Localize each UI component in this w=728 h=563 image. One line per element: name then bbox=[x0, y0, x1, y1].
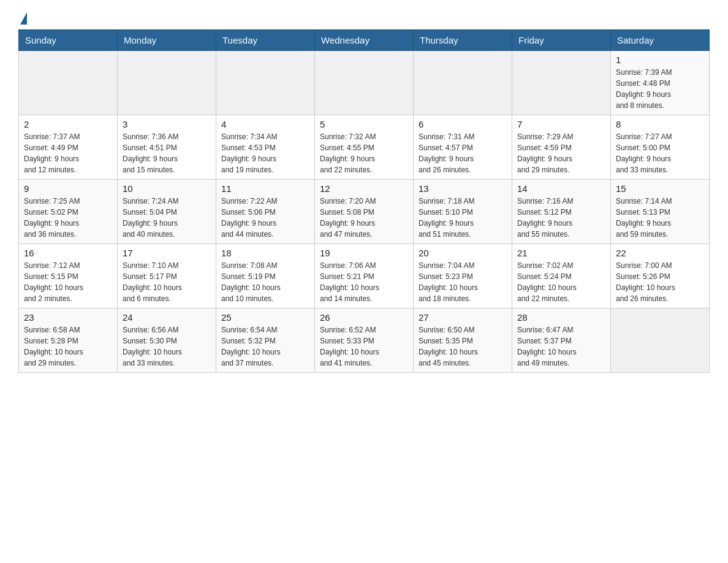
day-info: Sunrise: 7:31 AM Sunset: 4:57 PM Dayligh… bbox=[419, 131, 507, 175]
weekday-header-thursday: Thursday bbox=[414, 30, 512, 51]
calendar-cell: 22Sunrise: 7:00 AM Sunset: 5:26 PM Dayli… bbox=[611, 244, 710, 308]
calendar-cell bbox=[315, 51, 414, 115]
day-number: 14 bbox=[517, 183, 605, 194]
day-number: 1 bbox=[616, 55, 704, 65]
calendar-cell: 25Sunrise: 6:54 AM Sunset: 5:32 PM Dayli… bbox=[216, 308, 315, 373]
weekday-header-monday: Monday bbox=[118, 30, 216, 51]
calendar-cell: 26Sunrise: 6:52 AM Sunset: 5:33 PM Dayli… bbox=[315, 308, 414, 373]
day-info: Sunrise: 7:14 AM Sunset: 5:13 PM Dayligh… bbox=[616, 196, 704, 240]
calendar-cell: 4Sunrise: 7:34 AM Sunset: 4:53 PM Daylig… bbox=[216, 115, 315, 180]
day-number: 4 bbox=[221, 119, 309, 129]
weekday-header-saturday: Saturday bbox=[611, 30, 710, 51]
calendar-week-3: 9Sunrise: 7:25 AM Sunset: 5:02 PM Daylig… bbox=[19, 180, 710, 244]
day-number: 15 bbox=[616, 183, 704, 194]
calendar-cell: 17Sunrise: 7:10 AM Sunset: 5:17 PM Dayli… bbox=[118, 244, 216, 308]
calendar-cell: 15Sunrise: 7:14 AM Sunset: 5:13 PM Dayli… bbox=[611, 180, 710, 244]
calendar-cell: 2Sunrise: 7:37 AM Sunset: 4:49 PM Daylig… bbox=[19, 115, 118, 180]
day-info: Sunrise: 7:10 AM Sunset: 5:17 PM Dayligh… bbox=[123, 260, 211, 304]
calendar-cell: 27Sunrise: 6:50 AM Sunset: 5:35 PM Dayli… bbox=[414, 308, 512, 373]
calendar-cell bbox=[611, 308, 710, 373]
weekday-header-tuesday: Tuesday bbox=[216, 30, 315, 51]
day-number: 27 bbox=[419, 312, 507, 323]
day-number: 26 bbox=[320, 312, 408, 323]
day-info: Sunrise: 7:04 AM Sunset: 5:23 PM Dayligh… bbox=[419, 260, 507, 304]
calendar-cell bbox=[216, 51, 315, 115]
calendar-cell: 8Sunrise: 7:27 AM Sunset: 5:00 PM Daylig… bbox=[611, 115, 710, 180]
calendar-cell: 6Sunrise: 7:31 AM Sunset: 4:57 PM Daylig… bbox=[414, 115, 512, 180]
calendar-week-2: 2Sunrise: 7:37 AM Sunset: 4:49 PM Daylig… bbox=[19, 115, 710, 180]
day-number: 11 bbox=[221, 183, 309, 194]
day-info: Sunrise: 7:34 AM Sunset: 4:53 PM Dayligh… bbox=[221, 131, 309, 175]
weekday-header-friday: Friday bbox=[512, 30, 611, 51]
day-number: 18 bbox=[221, 248, 309, 258]
calendar-cell: 18Sunrise: 7:08 AM Sunset: 5:19 PM Dayli… bbox=[216, 244, 315, 308]
calendar-cell: 20Sunrise: 7:04 AM Sunset: 5:23 PM Dayli… bbox=[414, 244, 512, 308]
calendar-cell: 14Sunrise: 7:16 AM Sunset: 5:12 PM Dayli… bbox=[512, 180, 611, 244]
weekday-header-sunday: Sunday bbox=[19, 30, 118, 51]
day-info: Sunrise: 7:20 AM Sunset: 5:08 PM Dayligh… bbox=[320, 196, 408, 240]
day-number: 19 bbox=[320, 248, 408, 258]
calendar-cell: 10Sunrise: 7:24 AM Sunset: 5:04 PM Dayli… bbox=[118, 180, 216, 244]
day-info: Sunrise: 7:18 AM Sunset: 5:10 PM Dayligh… bbox=[419, 196, 507, 240]
day-info: Sunrise: 7:22 AM Sunset: 5:06 PM Dayligh… bbox=[221, 196, 309, 240]
day-info: Sunrise: 7:08 AM Sunset: 5:19 PM Dayligh… bbox=[221, 260, 309, 304]
calendar-cell: 7Sunrise: 7:29 AM Sunset: 4:59 PM Daylig… bbox=[512, 115, 611, 180]
day-info: Sunrise: 7:25 AM Sunset: 5:02 PM Dayligh… bbox=[24, 196, 112, 240]
day-number: 6 bbox=[419, 119, 507, 129]
calendar-cell: 9Sunrise: 7:25 AM Sunset: 5:02 PM Daylig… bbox=[19, 180, 118, 244]
weekday-header-wednesday: Wednesday bbox=[315, 30, 414, 51]
logo bbox=[18, 12, 27, 23]
day-info: Sunrise: 6:50 AM Sunset: 5:35 PM Dayligh… bbox=[419, 324, 507, 369]
day-number: 13 bbox=[419, 183, 507, 194]
day-info: Sunrise: 6:47 AM Sunset: 5:37 PM Dayligh… bbox=[517, 324, 605, 369]
calendar-week-1: 1Sunrise: 7:39 AM Sunset: 4:48 PM Daylig… bbox=[19, 51, 710, 115]
day-number: 24 bbox=[123, 312, 211, 323]
day-number: 22 bbox=[616, 248, 704, 258]
day-info: Sunrise: 7:12 AM Sunset: 5:15 PM Dayligh… bbox=[24, 260, 112, 304]
day-info: Sunrise: 6:58 AM Sunset: 5:28 PM Dayligh… bbox=[24, 324, 112, 369]
calendar-week-5: 23Sunrise: 6:58 AM Sunset: 5:28 PM Dayli… bbox=[19, 308, 710, 373]
day-info: Sunrise: 7:24 AM Sunset: 5:04 PM Dayligh… bbox=[123, 196, 211, 240]
day-info: Sunrise: 7:06 AM Sunset: 5:21 PM Dayligh… bbox=[320, 260, 408, 304]
day-info: Sunrise: 7:39 AM Sunset: 4:48 PM Dayligh… bbox=[616, 67, 704, 111]
day-number: 28 bbox=[517, 312, 605, 323]
day-number: 2 bbox=[24, 119, 112, 129]
calendar-table: SundayMondayTuesdayWednesdayThursdayFrid… bbox=[18, 29, 710, 373]
calendar-cell: 5Sunrise: 7:32 AM Sunset: 4:55 PM Daylig… bbox=[315, 115, 414, 180]
calendar-cell bbox=[414, 51, 512, 115]
day-info: Sunrise: 7:29 AM Sunset: 4:59 PM Dayligh… bbox=[517, 131, 605, 175]
calendar-cell: 28Sunrise: 6:47 AM Sunset: 5:37 PM Dayli… bbox=[512, 308, 611, 373]
day-number: 3 bbox=[123, 119, 211, 129]
day-number: 23 bbox=[24, 312, 112, 323]
logo-triangle-icon bbox=[20, 12, 27, 25]
day-info: Sunrise: 7:27 AM Sunset: 5:00 PM Dayligh… bbox=[616, 131, 704, 175]
day-info: Sunrise: 7:36 AM Sunset: 4:51 PM Dayligh… bbox=[123, 131, 211, 175]
day-number: 10 bbox=[123, 183, 211, 194]
calendar-cell bbox=[118, 51, 216, 115]
calendar-cell: 24Sunrise: 6:56 AM Sunset: 5:30 PM Dayli… bbox=[118, 308, 216, 373]
day-number: 8 bbox=[616, 119, 704, 129]
calendar-cell: 16Sunrise: 7:12 AM Sunset: 5:15 PM Dayli… bbox=[19, 244, 118, 308]
day-number: 9 bbox=[24, 183, 112, 194]
calendar-week-4: 16Sunrise: 7:12 AM Sunset: 5:15 PM Dayli… bbox=[19, 244, 710, 308]
day-info: Sunrise: 6:52 AM Sunset: 5:33 PM Dayligh… bbox=[320, 324, 408, 369]
page-header bbox=[18, 12, 710, 23]
calendar-cell bbox=[19, 51, 118, 115]
day-number: 7 bbox=[517, 119, 605, 129]
day-info: Sunrise: 7:32 AM Sunset: 4:55 PM Dayligh… bbox=[320, 131, 408, 175]
calendar-cell: 21Sunrise: 7:02 AM Sunset: 5:24 PM Dayli… bbox=[512, 244, 611, 308]
weekday-header-row: SundayMondayTuesdayWednesdayThursdayFrid… bbox=[19, 30, 710, 51]
day-number: 20 bbox=[419, 248, 507, 258]
day-number: 21 bbox=[517, 248, 605, 258]
calendar-cell: 19Sunrise: 7:06 AM Sunset: 5:21 PM Dayli… bbox=[315, 244, 414, 308]
calendar-cell: 3Sunrise: 7:36 AM Sunset: 4:51 PM Daylig… bbox=[118, 115, 216, 180]
calendar-cell: 11Sunrise: 7:22 AM Sunset: 5:06 PM Dayli… bbox=[216, 180, 315, 244]
day-info: Sunrise: 7:37 AM Sunset: 4:49 PM Dayligh… bbox=[24, 131, 112, 175]
day-info: Sunrise: 7:00 AM Sunset: 5:26 PM Dayligh… bbox=[616, 260, 704, 304]
day-info: Sunrise: 7:02 AM Sunset: 5:24 PM Dayligh… bbox=[517, 260, 605, 304]
day-number: 17 bbox=[123, 248, 211, 258]
day-number: 16 bbox=[24, 248, 112, 258]
calendar-cell: 23Sunrise: 6:58 AM Sunset: 5:28 PM Dayli… bbox=[19, 308, 118, 373]
day-info: Sunrise: 7:16 AM Sunset: 5:12 PM Dayligh… bbox=[517, 196, 605, 240]
calendar-cell: 13Sunrise: 7:18 AM Sunset: 5:10 PM Dayli… bbox=[414, 180, 512, 244]
